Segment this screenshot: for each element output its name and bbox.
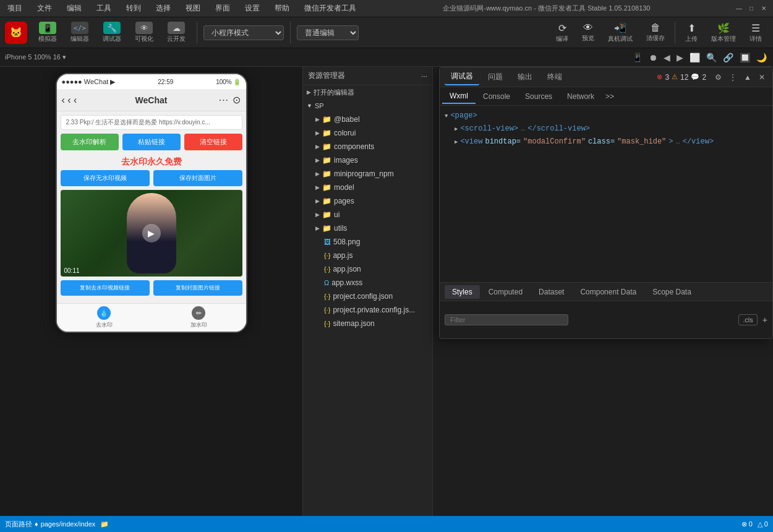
model-folder[interactable]: ▶ 📁 model <box>303 181 432 194</box>
app-json-file[interactable]: {·} app.json <box>303 262 432 276</box>
forward-icon[interactable]: ▶ <box>675 51 685 64</box>
bottom-tab-component-data[interactable]: Component Data <box>573 285 644 299</box>
device-info[interactable]: iPhone 5 100% 16 ▾ <box>5 53 66 61</box>
tab-terminal[interactable]: 终端 <box>541 69 568 85</box>
bottom-tab-styles[interactable]: Styles <box>445 285 480 299</box>
minimize-button[interactable]: — <box>735 4 743 13</box>
open-editors-arrow: ▶ <box>307 89 311 95</box>
menu-project[interactable]: 项目 <box>5 3 25 14</box>
ui-folder[interactable]: ▶ 📁 ui <box>303 208 432 221</box>
view-line[interactable]: ▶ <view bindtap= "modalConfirm" class= "… <box>445 135 767 148</box>
fullscreen-icon[interactable]: ⬜ <box>688 51 701 64</box>
menu-tools[interactable]: 工具 <box>94 3 114 14</box>
cloud-button[interactable]: ☁ 云开发 <box>162 20 190 45</box>
add-style-button[interactable]: + <box>762 315 767 325</box>
paste-button[interactable]: 粘贴链接 <box>122 134 181 150</box>
save-video-button[interactable]: 保存无水印视频 <box>61 170 150 186</box>
menu-goto[interactable]: 转到 <box>124 3 143 14</box>
cls-button[interactable]: .cls <box>738 314 758 325</box>
utils-folder[interactable]: ▶ 📁 utils <box>303 221 432 235</box>
search-icon[interactable]: 🔍 <box>705 51 718 64</box>
editor-button[interactable]: </> 编辑器 <box>66 20 94 45</box>
more-options[interactable]: ··· ⊙ <box>219 94 241 106</box>
scroll-view-line[interactable]: ▶ <scroll-view> … </scroll-view> <box>445 122 767 135</box>
copy-video-button[interactable]: 复制去水印视频链接 <box>61 280 150 296</box>
menu-wechat-dev[interactable]: 微信开发者工具 <box>302 3 359 14</box>
images-folder[interactable]: ▶ 📁 images <box>303 153 432 167</box>
pages-folder[interactable]: ▶ 📁 pages <box>303 194 432 208</box>
phone-tab-remove-watermark[interactable]: 💧 去水印 <box>57 304 152 332</box>
menu-settings[interactable]: 设置 <box>242 3 262 14</box>
close-button[interactable]: ✕ <box>759 4 768 13</box>
url-input[interactable]: 2.33 Pkp:/ 生活不是选择而是热爱 https://v.douyin.c… <box>61 115 242 130</box>
bottom-tab-dataset[interactable]: Dataset <box>531 285 571 299</box>
sub-tab-more[interactable]: >> <box>602 90 618 103</box>
project-private-file[interactable]: {·} project.private.config.js... <box>303 303 432 317</box>
phone-tab-add-watermark[interactable]: ✏ 加水印 <box>152 304 246 332</box>
menu-file[interactable]: 文件 <box>35 3 54 14</box>
copy-cover-button[interactable]: 复制封面图片链接 <box>153 280 242 296</box>
main-wrapper: ●●●●● WeChat ▶ 22:59 100% 🔋 ‹ ‹ ‹ WeChat… <box>0 67 773 517</box>
visualizer-button[interactable]: 👁 可视化 <box>130 20 158 45</box>
babel-folder[interactable]: ▶ 📁 @babel <box>303 113 432 126</box>
png-file[interactable]: 🖼 508.png <box>303 235 432 249</box>
clear-button[interactable]: 清空链接 <box>184 134 242 150</box>
app-js-file[interactable]: {·} app.js <box>303 249 432 262</box>
rotate-icon[interactable]: 📱 <box>631 51 644 64</box>
maximize-button[interactable]: □ <box>747 4 756 13</box>
details-button[interactable]: ☰ 详情 <box>743 21 768 45</box>
upload-button[interactable]: ⬆ 上传 <box>679 21 704 45</box>
devtools-header: 调试器 问题 输出 终端 ⊗ 3 ⚠ 12 💬 2 ⚙ <box>440 67 772 87</box>
menu-view[interactable]: 视图 <box>183 3 203 14</box>
sitemap-file[interactable]: {·} sitemap.json <box>303 317 432 330</box>
app-wxss-file[interactable]: Ω app.wxss <box>303 276 432 290</box>
back-button[interactable]: ‹ ‹ ‹ <box>62 95 77 106</box>
components-folder[interactable]: ▶ 📁 components <box>303 140 432 153</box>
menu-help[interactable]: 帮助 <box>272 3 292 14</box>
menu-edit[interactable]: 编辑 <box>64 3 84 14</box>
page-tag-line[interactable]: ▼ <page> <box>445 109 767 122</box>
tab-output[interactable]: 输出 <box>511 69 539 85</box>
expand-icon[interactable]: ▲ <box>741 72 754 83</box>
overflow-icon[interactable]: ⋮ <box>727 72 739 83</box>
save-cover-button[interactable]: 保存封面图片 <box>153 170 242 186</box>
version-button[interactable]: 🌿 版本管理 <box>705 21 742 45</box>
preview-button[interactable]: 👁 预览 <box>576 21 600 44</box>
menu-select[interactable]: 选择 <box>153 3 173 14</box>
sp-section[interactable]: ▼ SP <box>303 99 432 113</box>
debugger-button[interactable]: 🔧 调试器 <box>98 20 126 45</box>
settings-icon[interactable]: ⚙ <box>712 72 724 83</box>
bottom-tab-scope-data[interactable]: Scope Data <box>645 285 699 299</box>
analyze-button[interactable]: 去水印解析 <box>61 134 119 150</box>
tab-issues[interactable]: 问题 <box>482 69 509 85</box>
simulator-button[interactable]: 📱 模拟器 <box>33 20 62 45</box>
real-debug-button[interactable]: 📲 真机调试 <box>602 21 639 45</box>
open-editors-section[interactable]: ▶ 打开的编辑器 <box>303 85 432 99</box>
tab-debugger[interactable]: 调试器 <box>445 69 479 85</box>
colorui-label: colorui <box>334 129 356 137</box>
project-config-file[interactable]: {·} project.config.json <box>303 290 432 303</box>
night-icon[interactable]: 🌙 <box>755 51 768 64</box>
sub-tab-console[interactable]: Console <box>476 90 518 103</box>
resources-menu[interactable]: ··· <box>421 72 427 80</box>
compile-button[interactable]: ⟳ 编译 <box>550 21 574 45</box>
back-icon[interactable]: ◀ <box>662 51 672 64</box>
filter-input[interactable] <box>445 314 568 325</box>
grid-icon[interactable]: 🔲 <box>738 51 751 64</box>
miniprogram-npm-folder[interactable]: ▶ 📁 miniprogram_npm <box>303 167 432 181</box>
colorui-folder[interactable]: ▶ 📁 colorui <box>303 126 432 140</box>
video-container[interactable]: ▶ 00:11 <box>61 190 242 277</box>
mode-select[interactable]: 小程序模式 <box>203 25 284 40</box>
link-icon[interactable]: 🔗 <box>722 51 735 64</box>
close-devtools-icon[interactable]: ✕ <box>756 72 767 83</box>
sub-tab-wxml[interactable]: Wxml <box>442 89 476 104</box>
play-button[interactable]: ▶ <box>142 224 161 242</box>
compile-select[interactable]: 普通编辑 <box>297 25 359 40</box>
sub-tab-network[interactable]: Network <box>560 90 602 103</box>
sub-tab-sources[interactable]: Sources <box>518 90 560 103</box>
record-icon[interactable]: ⏺ <box>647 51 659 64</box>
error-count: ⊗ 3 ⚠ 12 💬 2 <box>657 73 706 82</box>
menu-interface[interactable]: 界面 <box>213 3 233 14</box>
bottom-tab-computed[interactable]: Computed <box>481 285 530 299</box>
clear-cache-button[interactable]: 🗑 清缓存 <box>640 21 671 44</box>
